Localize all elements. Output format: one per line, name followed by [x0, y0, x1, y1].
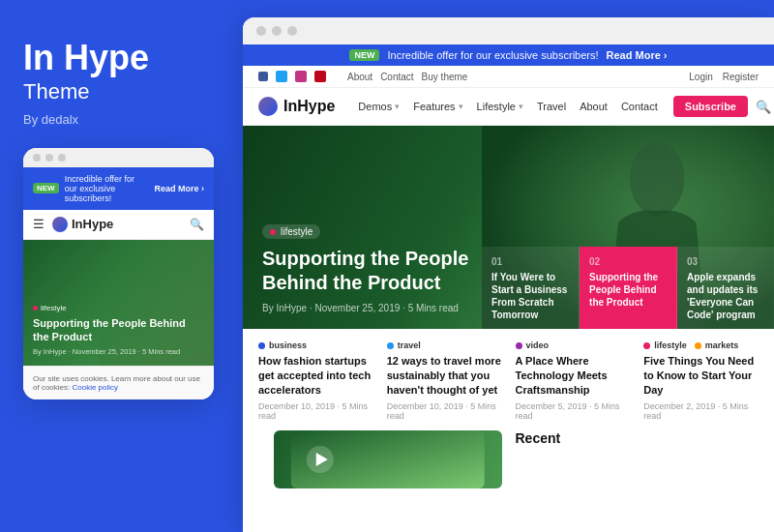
nav-contact[interactable]: Contact [621, 101, 658, 112]
hamburger-icon[interactable]: ☰ [33, 217, 45, 231]
mobile-hero-content: lifestyle Supporting the People Behind t… [33, 301, 204, 356]
bottom-recent-section: Recent [516, 430, 744, 488]
mobile-titlebar [23, 148, 214, 167]
bottom-row: Recent [258, 430, 759, 498]
facebook-icon[interactable] [258, 72, 268, 81]
cat-dot-4b [695, 342, 701, 349]
nav-demos[interactable]: Demos ▾ [358, 101, 400, 112]
logo-icon [258, 97, 278, 116]
desktop-titlebar [243, 17, 774, 44]
hero-section: lifestyle Supporting the People Behind t… [243, 126, 774, 329]
article-item-1: business How fashion startups get accept… [258, 340, 373, 421]
mobile-lifestyle-dot [33, 306, 38, 310]
cat-dot-3 [516, 342, 522, 349]
svg-point-1 [630, 141, 684, 215]
article-cards-row: 01 If You Were to Start a Business From … [482, 247, 774, 329]
articles-grid: business How fashion startups get accept… [258, 340, 759, 421]
left-panel: In Hype Theme By dedalx NEW Incredible o… [0, 0, 237, 532]
nav-travel[interactable]: Travel [537, 101, 566, 112]
desktop-content: NEW Incredible offer for our exclusive s… [243, 44, 774, 532]
secondary-nav: About Contact Buy theme Login Register [243, 66, 774, 88]
about-link[interactable]: About [347, 72, 372, 82]
article-category-4: lifestyle markets [643, 340, 759, 350]
hero-lifestyle-tag[interactable]: lifestyle [262, 224, 320, 239]
article-card-1[interactable]: 01 If You Were to Start a Business From … [482, 247, 580, 329]
login-link[interactable]: Login [689, 72, 712, 82]
mobile-logo: InHype [52, 217, 182, 232]
titlebar-dot-2 [272, 26, 282, 36]
nav-lifestyle[interactable]: Lifestyle ▾ [477, 101, 523, 112]
bottom-hero-image [274, 430, 502, 488]
mobile-search-icon[interactable]: 🔍 [190, 218, 204, 231]
nav-logo[interactable]: InHype [258, 97, 335, 116]
titlebar-dot-3 [287, 26, 297, 36]
article-item-2: travel 12 ways to travel more sustainabl… [387, 340, 502, 421]
mobile-banner: NEW Incredible offer for our exclusive s… [23, 167, 214, 210]
subscribe-button[interactable]: Subscribe [673, 96, 748, 117]
cat-dot-1 [258, 342, 265, 349]
mobile-logo-icon [52, 217, 68, 232]
mobile-hero: lifestyle Supporting the People Behind t… [23, 240, 214, 366]
dot-1 [33, 154, 41, 162]
contact-link[interactable]: Contact [380, 72, 413, 82]
nav-features[interactable]: Features ▾ [413, 101, 462, 112]
buy-theme-link[interactable]: Buy theme [422, 72, 468, 82]
pinterest-icon[interactable] [314, 71, 326, 82]
nav-links: Demos ▾ Features ▾ Lifestyle ▾ Travel Ab… [358, 101, 657, 112]
brand-title: In Hype Theme By dedalx [23, 39, 214, 127]
mobile-lifestyle-tag: lifestyle [33, 304, 67, 312]
cookie-policy-link[interactable]: Cookie policy [72, 383, 118, 392]
desktop-new-badge: NEW [349, 49, 379, 61]
cat-dot-4a [643, 342, 650, 349]
article-category-3: video [516, 340, 631, 350]
mobile-cookie-notice: Our site uses cookies. Learn more about … [23, 366, 214, 399]
lifestyle-dot [270, 229, 276, 235]
mobile-mockup: NEW Incredible offer for our exclusive s… [23, 148, 214, 399]
article-card-3[interactable]: 03 Apple expands and updates its 'Everyo… [677, 247, 774, 329]
article-item-3: video A Place Where Technology Meets Cra… [516, 340, 631, 421]
mobile-nav: ☰ InHype 🔍 [23, 210, 214, 240]
articles-section: business How fashion startups get accept… [243, 329, 774, 532]
social-icons: About Contact Buy theme [258, 71, 467, 82]
cat-dot-2 [387, 342, 394, 349]
desktop-top-banner: NEW Incredible offer for our exclusive s… [243, 44, 774, 66]
nav-about[interactable]: About [580, 101, 608, 112]
twitter-icon[interactable] [276, 71, 287, 82]
instagram-icon[interactable] [295, 71, 307, 82]
mobile-new-badge: NEW [33, 183, 59, 193]
hero-content: lifestyle Supporting the People Behind t… [262, 222, 482, 314]
article-category-1: business [258, 340, 373, 350]
dot-3 [58, 154, 66, 162]
main-nav: InHype Demos ▾ Features ▾ Lifestyle ▾ Tr… [243, 88, 774, 126]
desktop-preview: NEW Incredible offer for our exclusive s… [243, 17, 774, 532]
article-card-2[interactable]: 02 Supporting the People Behind the Prod… [580, 247, 677, 329]
register-link[interactable]: Register [723, 72, 759, 82]
search-icon[interactable]: 🔍 [756, 100, 771, 114]
banner-read-more[interactable]: Read More › [607, 49, 668, 61]
dot-2 [45, 154, 53, 162]
article-item-4: lifestyle markets Five Things You Need t… [643, 340, 759, 421]
nav-actions: Subscribe 🔍 [673, 96, 771, 117]
auth-links: Login Register [689, 72, 759, 82]
titlebar-dot-1 [256, 26, 266, 36]
article-category-2: travel [387, 340, 502, 350]
